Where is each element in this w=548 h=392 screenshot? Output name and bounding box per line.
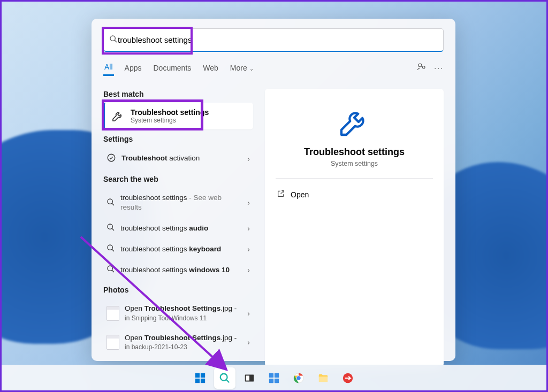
- filter-tabs: All Apps Documents Web More⌄ ···: [92, 59, 455, 76]
- chevron-down-icon: ⌄: [249, 66, 254, 72]
- svg-point-27: [296, 376, 300, 380]
- results-column: Best match Troubleshoot settings System …: [92, 84, 257, 364]
- photo-result[interactable]: Open Troubleshoot Settings.jpg - in Snip…: [103, 298, 253, 327]
- image-thumbnail-icon: [106, 335, 119, 350]
- chevron-right-icon: ›: [247, 245, 250, 253]
- svg-line-8: [112, 229, 114, 231]
- chevron-right-icon: ›: [247, 224, 250, 233]
- svg-point-5: [108, 199, 112, 204]
- tab-documents[interactable]: Documents: [152, 60, 192, 75]
- search-button[interactable]: [214, 367, 235, 389]
- svg-point-4: [108, 154, 115, 162]
- image-thumbnail-icon: [106, 306, 119, 321]
- start-button[interactable]: [189, 367, 211, 389]
- more-options-icon[interactable]: ···: [434, 64, 444, 72]
- svg-point-18: [220, 373, 227, 380]
- search-icon: [106, 244, 115, 254]
- search-icon: [106, 265, 115, 275]
- web-result[interactable]: troubleshoot settings audio ›: [103, 218, 253, 239]
- web-result[interactable]: troubleshoot settings keyboard ›: [103, 239, 253, 259]
- svg-line-10: [112, 250, 114, 252]
- svg-rect-15: [201, 373, 205, 377]
- svg-rect-28: [319, 376, 328, 382]
- open-label: Open: [291, 190, 309, 199]
- preview-title: Troubleshoot settings: [276, 147, 433, 158]
- start-search-panel: All Apps Documents Web More⌄ ··· Best ma…: [92, 19, 455, 361]
- open-action[interactable]: Open: [276, 186, 433, 203]
- chevron-right-icon: ›: [247, 155, 250, 163]
- svg-rect-16: [195, 378, 200, 382]
- section-settings: Settings: [103, 129, 253, 148]
- file-explorer-icon[interactable]: [313, 367, 334, 389]
- svg-rect-17: [201, 378, 205, 382]
- web-result[interactable]: troubleshoot settings windows 10 ›: [103, 259, 253, 280]
- best-match-subtitle: System settings: [131, 117, 209, 124]
- preview-subtitle: System settings: [276, 160, 433, 167]
- svg-rect-21: [246, 375, 249, 380]
- open-icon: [277, 189, 285, 199]
- web-result[interactable]: troubleshoot settings - See web results …: [103, 188, 253, 218]
- section-best-match: Best match: [103, 84, 253, 103]
- svg-line-12: [112, 271, 114, 273]
- svg-point-3: [423, 66, 425, 69]
- tab-more[interactable]: More⌄: [229, 60, 255, 75]
- task-view-button[interactable]: [239, 367, 260, 389]
- svg-point-0: [110, 36, 115, 41]
- section-photos: Photos: [103, 280, 253, 298]
- svg-rect-24: [269, 378, 273, 382]
- tab-all[interactable]: All: [103, 59, 114, 76]
- chevron-right-icon: ›: [247, 338, 250, 347]
- best-match-result[interactable]: Troubleshoot settings System settings: [103, 103, 253, 129]
- preview-pane: Troubleshoot settings System settings Op…: [265, 89, 444, 367]
- settings-result-troubleshoot-activation[interactable]: Troubleshoot activation ›: [103, 148, 253, 170]
- svg-rect-25: [275, 378, 279, 382]
- account-icon[interactable]: [417, 62, 427, 73]
- best-match-title: Troubleshoot settings: [131, 108, 209, 117]
- app-icon[interactable]: [337, 367, 359, 389]
- chevron-right-icon: ›: [247, 198, 250, 207]
- svg-point-2: [418, 64, 422, 67]
- search-icon: [106, 223, 115, 233]
- svg-line-19: [226, 380, 229, 382]
- widgets-button[interactable]: [263, 367, 285, 389]
- svg-rect-22: [269, 373, 273, 377]
- divider: [276, 178, 433, 179]
- chrome-icon[interactable]: [288, 367, 309, 389]
- taskbar: [2, 365, 546, 390]
- svg-line-6: [112, 203, 114, 205]
- chevron-right-icon: ›: [247, 266, 250, 274]
- svg-point-9: [108, 245, 112, 250]
- tab-web[interactable]: Web: [202, 60, 219, 75]
- section-search-web: Search the web: [103, 170, 253, 188]
- svg-rect-23: [275, 373, 279, 377]
- wrench-icon: [110, 109, 125, 124]
- svg-point-11: [108, 266, 112, 271]
- svg-point-7: [108, 224, 112, 229]
- svg-rect-14: [195, 373, 200, 377]
- svg-line-1: [115, 40, 117, 42]
- tab-apps[interactable]: Apps: [124, 60, 143, 75]
- check-icon: [106, 153, 116, 164]
- wrench-icon: [276, 105, 433, 139]
- search-icon: [109, 35, 118, 45]
- search-input[interactable]: [118, 35, 438, 44]
- search-box[interactable]: [103, 28, 444, 52]
- search-icon: [106, 198, 115, 208]
- photo-result[interactable]: Open Troubleshoot Settings.jpg - in back…: [103, 328, 253, 357]
- chevron-right-icon: ›: [247, 309, 250, 318]
